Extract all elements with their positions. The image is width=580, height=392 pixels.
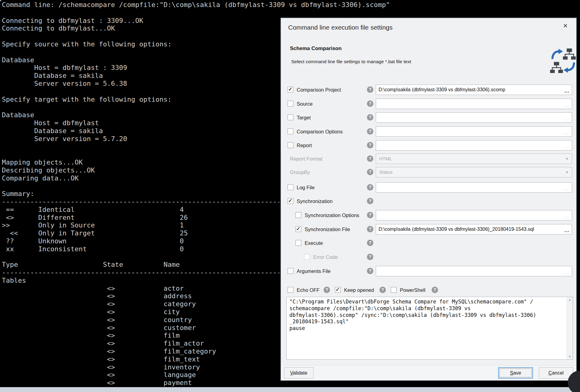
dialog-title: Command line execution file settings	[288, 24, 393, 31]
scroll-down-icon[interactable]: ▼	[567, 354, 573, 359]
help-icon[interactable]: ?	[324, 287, 330, 293]
browse-button[interactable]: ...	[563, 182, 571, 191]
help-icon[interactable]: ?	[367, 114, 373, 121]
log-file-label: Log File	[297, 185, 315, 191]
row-error-code: ✓ Error Code ?	[281, 252, 576, 263]
section-title: Schema Comparison	[290, 45, 342, 52]
help-icon[interactable]: ?	[367, 142, 373, 148]
cancel-button[interactable]: Cancel	[539, 367, 573, 379]
synchronization-file-checkbox[interactable]: ✓	[295, 226, 301, 232]
scrollbar[interactable]: ▲ ▼	[567, 297, 573, 359]
source-input[interactable]	[376, 99, 572, 109]
help-icon[interactable]: ?	[367, 100, 373, 107]
help-icon[interactable]: ?	[367, 240, 373, 246]
check-icon: ✓	[288, 86, 292, 93]
powershell-label: PowerShell	[400, 287, 425, 293]
row-batch-options: ✓ Echo OFF ? ✓ Keep opened ? ✓ PowerShel…	[281, 285, 576, 296]
comparison-project-input[interactable]	[376, 85, 572, 95]
comparison-options-label: Comparison Options	[297, 129, 343, 135]
row-synchronization-options: ✓ Synchronization Options ? ...	[281, 210, 576, 221]
schema-compare-icon	[550, 47, 576, 75]
validate-button[interactable]: Validate	[284, 367, 314, 379]
report-label: Report	[297, 143, 312, 148]
comparison-project-checkbox[interactable]: ✓	[288, 87, 293, 93]
synchronization-options-input[interactable]	[376, 210, 572, 220]
log-file-checkbox[interactable]: ✓	[288, 184, 293, 190]
browse-button[interactable]: ...	[563, 210, 571, 219]
synchronization-options-label: Synchronization Options	[305, 212, 359, 218]
synchronization-label: Synchronization	[297, 198, 332, 204]
synchronization-file-input[interactable]	[376, 224, 572, 234]
row-report: ✓ Report ? ...	[281, 140, 576, 151]
command-line-settings-dialog: Command line execution file settings ✕ S…	[280, 17, 577, 381]
echo-off-label: Echo OFF	[297, 287, 320, 293]
report-format-label: Report Format	[290, 156, 322, 162]
check-icon: ✓	[296, 226, 300, 232]
echo-off-checkbox[interactable]: ✓	[288, 287, 293, 293]
comparison-options-checkbox[interactable]: ✓	[288, 129, 293, 134]
arguments-file-input[interactable]	[376, 266, 572, 276]
close-icon[interactable]: ✕	[560, 21, 570, 31]
help-icon[interactable]: ?	[432, 287, 438, 293]
arguments-file-checkbox[interactable]: ✓	[288, 268, 293, 274]
groupby-dropdown: Status▼	[376, 167, 572, 177]
log-file-input[interactable]	[376, 182, 572, 193]
groupby-label: GroupBy	[290, 169, 310, 175]
target-input[interactable]	[376, 112, 572, 123]
help-icon[interactable]: ?	[367, 128, 373, 135]
chevron-down-icon: ▼	[565, 157, 569, 161]
execute-label: Execute	[305, 240, 323, 246]
report-checkbox[interactable]: ✓	[288, 142, 293, 148]
help-icon[interactable]: ?	[367, 184, 373, 191]
help-icon[interactable]: ?	[367, 155, 373, 162]
row-report-format: Report Format ? HTML▼	[281, 153, 576, 164]
source-checkbox[interactable]: ✓	[288, 101, 293, 107]
target-label: Target	[297, 115, 311, 121]
help-icon[interactable]: ?	[367, 198, 373, 204]
row-groupby: GroupBy ? Status▼	[281, 167, 576, 178]
scroll-up-icon[interactable]: ▲	[567, 297, 573, 303]
synchronization-options-checkbox[interactable]: ✓	[295, 212, 301, 218]
keep-opened-label: Keep opened	[344, 287, 374, 293]
chevron-down-icon: ▼	[565, 170, 569, 174]
powershell-checkbox[interactable]: ✓	[391, 287, 397, 293]
check-icon: ✓	[335, 286, 340, 293]
help-icon[interactable]: ?	[367, 86, 373, 93]
save-button[interactable]: Save	[498, 367, 533, 379]
section-subtitle: Select command line file settings to man…	[291, 59, 411, 64]
row-target: ✓ Target ? ...	[281, 112, 576, 123]
browse-button[interactable]: ...	[563, 224, 571, 233]
keep-opened-checkbox[interactable]: ✓	[335, 287, 341, 293]
report-input[interactable]	[376, 140, 572, 151]
row-log-file: ✓ Log File ? ...	[281, 182, 576, 193]
row-comparison-options: ✓ Comparison Options ? ...	[281, 126, 576, 137]
help-icon[interactable]: ?	[367, 254, 373, 260]
browse-button[interactable]: ...	[563, 85, 571, 94]
row-source: ✓ Source ? ...	[281, 98, 576, 109]
batch-text-box[interactable]: "C:\Program Files\Devart\dbForge Schema …	[286, 297, 573, 360]
browse-button[interactable]: ...	[563, 112, 571, 122]
browse-button[interactable]: ...	[563, 140, 571, 149]
browse-button[interactable]: ...	[563, 126, 571, 136]
batch-text[interactable]: "C:\Program Files\Devart\dbForge Schema …	[287, 297, 573, 332]
execute-checkbox[interactable]: ✓	[295, 240, 301, 246]
help-icon[interactable]: ?	[367, 226, 373, 232]
help-icon[interactable]: ?	[367, 169, 373, 175]
row-arguments-file: ✓ Arguments File ? ...	[281, 266, 576, 277]
comparison-options-input[interactable]	[376, 126, 572, 137]
browse-button[interactable]: ...	[563, 266, 571, 275]
synchronization-checkbox[interactable]: ✓	[288, 198, 293, 204]
row-synchronization-file: ✓ Synchronization File ? ...	[281, 224, 576, 235]
row-comparison-project: ✓ Comparison Project ? ...	[281, 84, 576, 95]
window-bottom-edge	[0, 387, 580, 392]
arguments-file-label: Arguments File	[297, 268, 331, 274]
browse-button[interactable]: ...	[563, 99, 571, 108]
source-label: Source	[297, 101, 313, 107]
error-code-label: Error Code	[313, 254, 338, 260]
comparison-project-label: Comparison Project	[297, 87, 341, 93]
help-icon[interactable]: ?	[379, 287, 386, 293]
help-icon[interactable]: ?	[367, 212, 373, 218]
target-checkbox[interactable]: ✓	[288, 114, 293, 120]
help-icon[interactable]: ?	[367, 268, 373, 274]
synchronization-file-label: Synchronization File	[305, 227, 350, 232]
